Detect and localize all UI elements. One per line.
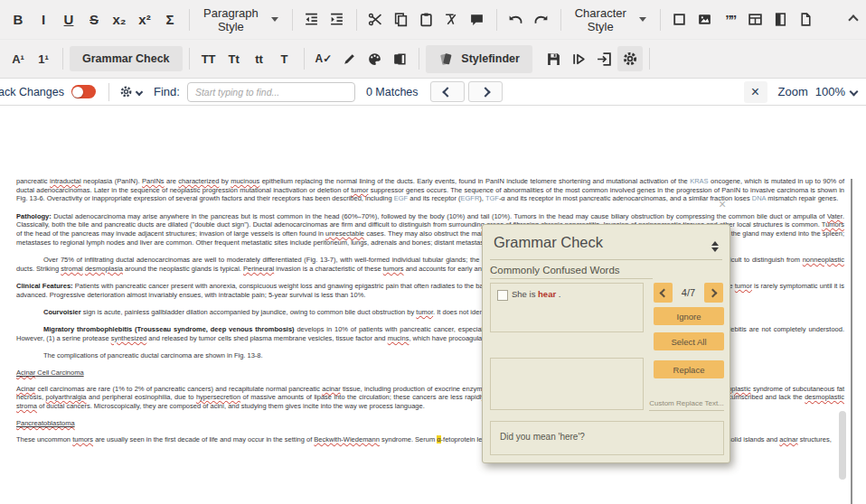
insert-image-button[interactable] xyxy=(694,6,716,33)
chevron-down-icon xyxy=(271,17,278,25)
palette-icon xyxy=(367,51,382,67)
paragraph-style-label: Paragraph Style xyxy=(203,6,259,33)
play-icon xyxy=(571,51,587,67)
undo-icon xyxy=(507,12,524,27)
capitalize-button[interactable]: Tt xyxy=(223,45,245,72)
grammar-check-dialog: Grammar Check Commonly Confused Words Sh… xyxy=(482,224,730,463)
chevron-down-icon xyxy=(136,88,143,95)
document-page-button[interactable] xyxy=(795,6,817,33)
custom-replace-field[interactable]: Custom Replace Text... xyxy=(649,399,724,411)
triangle-up-icon xyxy=(711,238,719,246)
sort-icon[interactable] xyxy=(711,238,719,256)
blockquote-button[interactable]: ”” xyxy=(720,6,741,33)
bookmark-button[interactable] xyxy=(770,6,792,33)
quote-icon: ”” xyxy=(725,12,735,27)
issue-counter: 4/7 xyxy=(673,287,703,298)
insert-table-button[interactable] xyxy=(745,6,767,33)
underline-button[interactable]: U xyxy=(58,6,80,33)
prev-issue-button[interactable] xyxy=(654,283,673,303)
close-findbar-button[interactable]: × xyxy=(744,81,767,103)
strikethrough-button[interactable]: S xyxy=(83,6,105,33)
comment-button[interactable] xyxy=(466,6,488,33)
select-all-button[interactable]: Select All xyxy=(654,332,724,350)
gear-icon xyxy=(622,51,638,67)
chevron-right-icon xyxy=(709,288,718,297)
normal-case-button[interactable]: T xyxy=(274,45,296,72)
find-next-button[interactable] xyxy=(468,81,503,102)
stylefinder-button[interactable]: Stylefinder xyxy=(426,45,532,73)
run-macro-button[interactable] xyxy=(569,45,590,72)
divider xyxy=(189,48,190,70)
divider xyxy=(304,48,305,70)
toolbar-primary: B I U S x₂ x² Σ Paragraph Style Characte… xyxy=(0,0,866,40)
grammar-check-button[interactable]: Grammar Check xyxy=(70,46,183,71)
track-changes-toggle[interactable] xyxy=(71,85,96,98)
subscript-button[interactable]: x₂ xyxy=(108,6,130,33)
frame-icon xyxy=(672,12,687,27)
font-size-up-button[interactable]: A¹ xyxy=(7,45,29,72)
export-button[interactable] xyxy=(594,45,616,72)
toggle-knob xyxy=(72,87,83,98)
dialog-close-icon[interactable]: × xyxy=(719,197,726,211)
undo-button[interactable] xyxy=(505,6,527,33)
stylefinder-label: Stylefinder xyxy=(461,52,520,65)
find-label: Find: xyxy=(154,85,180,98)
replace-button[interactable]: Replace xyxy=(654,360,724,378)
superscript-button[interactable]: x² xyxy=(134,6,155,33)
image-icon xyxy=(697,12,712,27)
next-issue-button[interactable] xyxy=(704,283,723,303)
chevron-left-icon xyxy=(660,288,669,297)
insert-symbol-button[interactable]: Σ xyxy=(159,6,181,33)
spellcheck-button[interactable]: A✓ xyxy=(313,45,335,72)
chevron-down-icon[interactable] xyxy=(850,88,859,97)
redo-button[interactable] xyxy=(531,6,552,33)
color-palette-button[interactable] xyxy=(363,45,385,72)
paragraph-style-dropdown[interactable]: Paragraph Style xyxy=(196,6,286,33)
find-bar: ack Changes Find: 0 Matches × Zoom 100% xyxy=(0,79,866,106)
cut-button[interactable] xyxy=(365,6,387,33)
uppercase-button[interactable]: TT xyxy=(198,45,220,72)
style-pages-button[interactable] xyxy=(389,45,410,72)
divider xyxy=(108,83,109,101)
toolbar-secondary: A¹ 1¹ Grammar Check TT Tt tt T A✓ Stylef… xyxy=(0,40,866,79)
character-style-dropdown[interactable]: Character Style xyxy=(568,6,654,33)
find-options-button[interactable] xyxy=(117,81,145,103)
divider xyxy=(490,259,722,260)
find-prev-button[interactable] xyxy=(430,81,465,102)
paste-button[interactable] xyxy=(416,6,438,33)
stylefinder-icon xyxy=(438,51,454,67)
chevron-left-icon xyxy=(442,87,452,97)
sentence-text: She is hear . xyxy=(512,289,560,299)
increase-indent-button[interactable] xyxy=(326,6,348,33)
zoom-value[interactable]: 100% xyxy=(815,85,845,98)
bookmark-icon xyxy=(773,12,788,27)
settings-button[interactable] xyxy=(617,46,643,71)
divider xyxy=(62,48,63,70)
insert-frame-button[interactable] xyxy=(669,6,691,33)
divider xyxy=(496,9,497,31)
document-area: pancreatic intraductal neoplasia (PanIN)… xyxy=(0,107,866,504)
scrollbar-thumb[interactable] xyxy=(839,411,846,480)
page-edge-line xyxy=(851,179,852,504)
decrease-indent-button[interactable] xyxy=(301,6,323,33)
indent-icon xyxy=(329,12,344,27)
collapse-toolbar-button[interactable] xyxy=(842,6,864,33)
sentence-checkbox[interactable] xyxy=(497,290,508,301)
divider xyxy=(189,9,190,31)
suggestion-box: Did you mean 'here'? xyxy=(490,421,724,455)
pages-icon xyxy=(391,51,408,67)
copy-button[interactable] xyxy=(391,6,412,33)
italic-button[interactable]: I xyxy=(33,6,54,33)
scissors-icon xyxy=(368,12,383,27)
bold-button[interactable]: B xyxy=(7,6,29,33)
find-input[interactable] xyxy=(187,82,355,102)
numbering-button[interactable]: 1¹ xyxy=(33,45,54,72)
ignore-button[interactable]: Ignore xyxy=(654,307,724,325)
divider xyxy=(649,48,650,70)
sentence-box[interactable]: She is hear . xyxy=(490,283,644,332)
edit-pencil-button[interactable] xyxy=(338,45,360,72)
save-button[interactable] xyxy=(543,45,565,72)
lowercase-button[interactable]: tt xyxy=(249,45,270,72)
clear-formatting-button[interactable] xyxy=(441,6,463,33)
dialog-title: Grammar Check xyxy=(494,234,603,251)
